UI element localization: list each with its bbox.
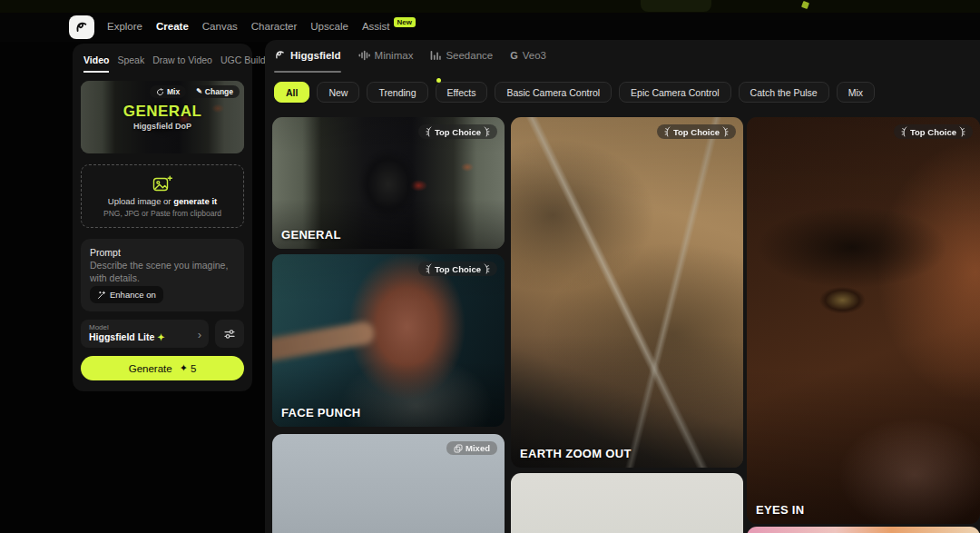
bars-icon — [430, 50, 441, 61]
higgsfield-logo[interactable] — [69, 15, 94, 39]
card-shade — [511, 117, 743, 468]
preset-card-general[interactable]: Top Choice GENERAL — [272, 117, 505, 249]
top-strip-glyph — [801, 1, 809, 9]
prompt-label: Prompt — [90, 247, 235, 258]
sparkle-icon: ✦ — [180, 362, 188, 374]
pencil-icon: ✎ — [196, 88, 202, 95]
notification-dot — [436, 78, 441, 83]
nav-create[interactable]: Create — [156, 21, 189, 32]
filter-epic-camera-control[interactable]: Epic Camera Control — [619, 82, 730, 103]
mix-icon — [156, 88, 164, 96]
laurel-right-icon — [722, 126, 729, 137]
model-select[interactable]: Model Higgsfield Lite ✦ › — [81, 320, 209, 348]
app-window: Explore Create Canvas Character Upscale … — [0, 0, 980, 533]
mixed-badge: Mixed — [446, 441, 497, 455]
model-tabs: Higgsfield Minimax — [274, 49, 546, 61]
card-shade — [747, 117, 980, 524]
nav-canvas[interactable]: Canvas — [202, 21, 238, 32]
filter-new[interactable]: New — [317, 82, 359, 103]
preset-card-face-punch[interactable]: Top Choice FACE PUNCH — [272, 254, 505, 427]
preset-title: GENERAL — [81, 103, 244, 121]
preset-subtitle: Higgsfield DoP — [81, 122, 244, 131]
top-choice-badge: Top Choice — [657, 124, 736, 139]
tab-minimax[interactable]: Minimax — [358, 50, 414, 61]
tab-draw-to-video[interactable]: Draw to Video — [152, 54, 212, 71]
card-title: EARTH ZOOM OUT — [520, 447, 632, 460]
card-image — [747, 527, 980, 533]
filter-effects[interactable]: Effects — [436, 82, 488, 103]
wand-icon — [97, 291, 106, 300]
upload-dropzone[interactable]: Upload image or generate it PNG, JPG or … — [81, 164, 244, 228]
header: Explore Create Canvas Character Upscale … — [0, 13, 980, 42]
preset-card-untitled-1[interactable] — [511, 473, 743, 533]
filter-mix[interactable]: Mix — [837, 82, 875, 103]
create-sidebar: Video Speak Draw to Video UGC Builder GE… — [73, 44, 252, 391]
card-title: FACE PUNCH — [281, 406, 361, 419]
gallery-panel: Higgsfield Minimax — [265, 40, 980, 533]
nav-assist[interactable]: Assist New — [362, 21, 416, 32]
filter-trending[interactable]: Trending — [367, 82, 427, 103]
mix-button[interactable]: Mix — [150, 85, 186, 98]
change-button[interactable]: ✎ Change — [190, 85, 240, 98]
top-strip-pill — [641, 0, 711, 12]
chevron-right-icon: › — [198, 328, 201, 341]
preset-card-earth-zoom-out[interactable]: Top Choice EARTH ZOOM OUT — [511, 117, 743, 468]
laurel-left-icon — [664, 126, 671, 137]
preset-card-untitled-2[interactable] — [747, 527, 980, 533]
nav-explore[interactable]: Explore — [107, 21, 142, 32]
selected-preset-preview[interactable]: GENERAL Higgsfield DoP Mix ✎ Change — [81, 81, 244, 153]
active-tab-underline — [274, 71, 341, 73]
laurel-right-icon — [484, 263, 490, 274]
squiggle-icon — [274, 49, 286, 61]
enhance-toggle[interactable]: Enhance on — [90, 286, 163, 303]
model-value: Higgsfield Lite ✦ — [89, 331, 201, 342]
model-settings-button[interactable] — [215, 320, 244, 348]
filter-basic-camera-control[interactable]: Basic Camera Control — [495, 82, 612, 103]
generate-button[interactable]: Generate ✦ 5 — [81, 356, 244, 380]
layers-icon — [454, 444, 463, 453]
prompt-input[interactable]: Prompt Describe the scene you imagine, w… — [81, 239, 244, 311]
sparkle-icon: ✦ — [157, 332, 164, 342]
model-label: Model — [89, 323, 201, 331]
filter-all[interactable]: All — [274, 82, 309, 103]
upload-hint: PNG, JPG or Paste from clipboard — [103, 209, 221, 218]
filter-chips: All New Trending Effects Basic Camera Co… — [274, 82, 875, 103]
preset-actions: Mix ✎ Change — [150, 85, 240, 98]
top-strip — [0, 0, 980, 13]
sidebar-tabs: Video Speak Draw to Video UGC Builder — [83, 54, 274, 73]
laurel-left-icon — [901, 126, 907, 137]
card-title: GENERAL — [281, 228, 341, 242]
tab-veo3[interactable]: G Veo3 — [510, 50, 546, 61]
card-shade — [272, 254, 505, 427]
top-choice-badge: Top Choice — [418, 124, 497, 139]
filter-catch-the-pulse[interactable]: Catch the Pulse — [739, 82, 829, 103]
nav-character[interactable]: Character — [251, 21, 298, 32]
sliders-icon — [223, 328, 236, 341]
prompt-placeholder: Describe the scene you imagine, with det… — [90, 260, 235, 284]
preset-card-mixed[interactable]: Mixed — [272, 434, 505, 533]
preset-card-eyes-in[interactable]: Top Choice EYES IN — [747, 117, 980, 524]
card-title: EYES IN — [756, 503, 804, 517]
laurel-left-icon — [426, 126, 432, 137]
top-choice-badge: Top Choice — [418, 262, 497, 276]
laurel-right-icon — [959, 126, 965, 137]
tab-video[interactable]: Video — [83, 54, 109, 73]
squiggle-icon — [74, 20, 89, 35]
upload-image-icon — [152, 175, 172, 193]
upload-text: Upload image or generate it — [108, 196, 217, 206]
waveform-icon — [358, 50, 370, 61]
nav-upscale[interactable]: Upscale — [310, 21, 348, 32]
card-image — [511, 473, 743, 533]
new-badge: New — [394, 17, 416, 27]
top-choice-badge: Top Choice — [894, 124, 973, 139]
main-nav: Explore Create Canvas Character Upscale … — [107, 13, 416, 40]
google-g-icon: G — [510, 50, 518, 61]
tab-higgsfield[interactable]: Higgsfield — [274, 49, 341, 61]
laurel-right-icon — [484, 126, 490, 137]
generate-credits: ✦ 5 — [180, 362, 197, 374]
tab-speak[interactable]: Speak — [117, 54, 144, 71]
model-row: Model Higgsfield Lite ✦ › — [81, 320, 244, 348]
tab-seedance[interactable]: Seedance — [430, 50, 493, 61]
laurel-left-icon — [426, 263, 432, 274]
